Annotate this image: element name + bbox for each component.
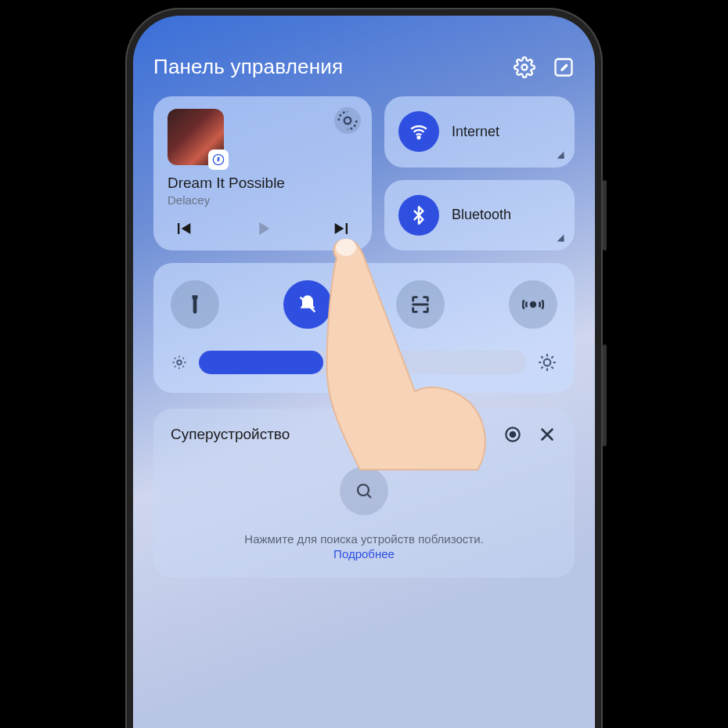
play-icon[interactable] — [252, 218, 274, 240]
bluetooth-tile[interactable]: Bluetooth — [384, 180, 575, 251]
silent-toggle[interactable] — [283, 280, 332, 329]
page-title: Панель управления — [153, 55, 343, 79]
hw-button — [603, 180, 607, 250]
phone-frame: Панель управления Dream It Possible Dela… — [125, 8, 603, 728]
internet-label: Internet — [452, 124, 499, 140]
super-device-message: Нажмите для поиска устройств поблизости. — [171, 532, 557, 546]
screen: Панель управления Dream It Possible Dela… — [133, 16, 595, 728]
expand-corner-icon — [557, 235, 564, 242]
track-artist: Delacey — [168, 193, 358, 207]
svg-point-5 — [531, 302, 535, 307]
music-card[interactable]: Dream It Possible Delacey — [153, 96, 372, 250]
bluetooth-label: Bluetooth — [452, 207, 511, 223]
edit-icon[interactable] — [553, 56, 575, 78]
brightness-slider[interactable] — [199, 351, 526, 374]
svg-point-7 — [544, 359, 551, 366]
svg-point-6 — [177, 360, 182, 365]
music-app-badge-icon — [208, 150, 229, 170]
quick-toggles-card — [153, 263, 575, 393]
search-devices-button[interactable] — [340, 467, 388, 515]
super-device-title: Суперустройство — [171, 426, 488, 443]
super-device-card: Суперустройство Нажмите для поиска устро… — [153, 409, 575, 578]
wifi-icon — [398, 111, 439, 152]
brightness-fill — [199, 351, 323, 374]
previous-icon[interactable] — [172, 218, 194, 240]
svg-point-3 — [344, 117, 351, 124]
super-device-link[interactable]: Подробнее — [171, 547, 557, 560]
expand-corner-icon — [557, 151, 564, 158]
brightness-high-icon — [537, 352, 557, 373]
track-title: Dream It Possible — [168, 175, 358, 192]
internet-tile[interactable]: Internet — [384, 96, 575, 168]
svg-point-9 — [510, 432, 516, 438]
screenshot-toggle[interactable] — [396, 280, 445, 329]
svg-point-4 — [418, 136, 420, 139]
bluetooth-icon — [398, 195, 439, 236]
header: Панель управления — [153, 55, 575, 79]
svg-point-10 — [358, 485, 369, 496]
close-icon[interactable] — [537, 424, 557, 445]
audio-output-icon[interactable] — [334, 107, 361, 134]
brightness-low-icon — [171, 354, 188, 371]
nearby-share-toggle[interactable] — [509, 280, 557, 329]
svg-point-0 — [522, 64, 528, 70]
album-art — [168, 109, 224, 165]
flashlight-toggle[interactable] — [171, 280, 219, 329]
gear-icon[interactable] — [514, 56, 535, 78]
target-icon[interactable] — [503, 424, 523, 445]
hw-button — [603, 344, 607, 446]
next-icon[interactable] — [331, 218, 353, 240]
